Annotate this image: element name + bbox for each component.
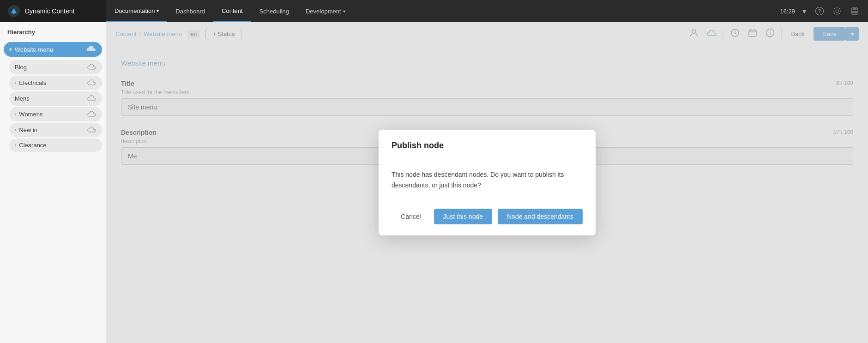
tree-node-electricals-label: Electricals [19, 79, 84, 86]
nav-development-caret-icon: ▾ [343, 9, 345, 14]
modal-footer: Cancel Just this node Node and descendan… [379, 201, 596, 235]
tree-node-electricals[interactable]: › Electricals [9, 76, 102, 90]
node-and-descendants-button[interactable]: Node and descendants [498, 209, 583, 224]
tree-node-blog[interactable]: Blog [9, 60, 102, 74]
sidebar-heading: Hierarchy [0, 22, 106, 40]
tree-root-cloud-icon [86, 45, 96, 54]
save-state-icon-btn[interactable] [849, 5, 861, 17]
tree-node-mens[interactable]: Mens [9, 91, 102, 106]
tree-node-new-in-cloud-icon [87, 126, 96, 134]
modal-header: Publish node [379, 130, 596, 158]
modal-title: Publish node [392, 141, 583, 150]
tree-node-blog-label: Blog [15, 64, 84, 71]
tree-node-new-in[interactable]: › New in [9, 123, 102, 137]
brand-name-label: Dynamic Content [25, 7, 74, 15]
tree-children: Blog › Electricals Mens [0, 59, 106, 153]
brand-logo-icon [7, 5, 20, 18]
tree-node-clearance[interactable]: › Clearance [9, 138, 102, 152]
cancel-button[interactable]: Cancel [393, 209, 428, 224]
modal-body: This node has descendant nodes. Do you w… [379, 158, 596, 201]
tree-node-new-in-label: New in [19, 126, 84, 133]
nav-item-dashboard[interactable]: Dashboard [167, 0, 213, 22]
sidebar: Hierarchy ▾ Website menu Blog › Electric… [0, 22, 106, 343]
svg-rect-6 [853, 8, 856, 10]
tree-node-womens-label: Womens [19, 111, 84, 118]
top-navigation: Dynamic Content Documentation ▾ Dashboar… [0, 0, 868, 22]
nav-item-documentation[interactable]: Documentation ▾ [106, 0, 167, 22]
settings-icon [833, 7, 841, 15]
modal-overlay: Publish node This node has descendant no… [106, 22, 868, 343]
svg-point-4 [836, 10, 838, 12]
tree-node-clearance-label: Clearance [19, 142, 96, 149]
svg-rect-7 [852, 11, 857, 13]
nav-dropdown-btn[interactable]: ▾ [801, 5, 808, 18]
nav-documentation-label: Documentation [115, 7, 155, 14]
save-state-icon [850, 7, 859, 15]
help-icon-btn[interactable]: ? [814, 5, 826, 17]
modal-body-text: This node has descendant nodes. Do you w… [392, 169, 583, 190]
tree-node-mens-label: Mens [15, 95, 84, 102]
nav-dashboard-label: Dashboard [175, 8, 205, 15]
brand-area: Dynamic Content [0, 0, 106, 22]
nav-item-development[interactable]: Development ▾ [297, 0, 354, 22]
nav-item-content[interactable]: Content [213, 0, 251, 22]
settings-icon-btn[interactable] [831, 5, 843, 17]
nav-item-scheduling[interactable]: Scheduling [251, 0, 297, 22]
main-layout: Hierarchy ▾ Website menu Blog › Electric… [0, 22, 868, 343]
help-icon: ? [815, 7, 824, 15]
nav-documentation-caret-icon: ▾ [157, 8, 159, 13]
tree-node-mens-cloud-icon [87, 95, 96, 102]
tree-node-womens-caret-icon: › [15, 112, 16, 117]
nav-right-area: 16:29 ▾ ? [772, 5, 868, 18]
tree-root-website-menu[interactable]: ▾ Website menu [4, 42, 102, 57]
tree-node-clearance-caret-icon: › [15, 143, 16, 148]
tree-root-label: Website menu [15, 46, 84, 53]
tree-node-electricals-cloud-icon [87, 79, 96, 87]
nav-content-label: Content [222, 7, 243, 14]
tree-node-blog-cloud-icon [87, 63, 96, 71]
tree-node-womens[interactable]: › Womens [9, 107, 102, 121]
nav-time-display: 16:29 [780, 8, 795, 15]
tree-node-new-in-caret-icon: › [15, 127, 16, 132]
tree-node-womens-cloud-icon [87, 110, 96, 118]
nav-scheduling-label: Scheduling [259, 8, 289, 15]
just-this-node-button[interactable]: Just this node [434, 209, 492, 224]
tree-node-electricals-caret-icon: › [15, 80, 16, 85]
content-area: Content / Website menu en + Status [106, 22, 868, 343]
publish-node-modal: Publish node This node has descendant no… [379, 130, 596, 235]
svg-text:?: ? [818, 8, 821, 14]
nav-items-list: Documentation ▾ Dashboard Content Schedu… [106, 0, 772, 22]
nav-development-label: Development [306, 8, 341, 15]
tree-root-caret-icon: ▾ [9, 47, 12, 53]
svg-point-1 [12, 11, 15, 14]
